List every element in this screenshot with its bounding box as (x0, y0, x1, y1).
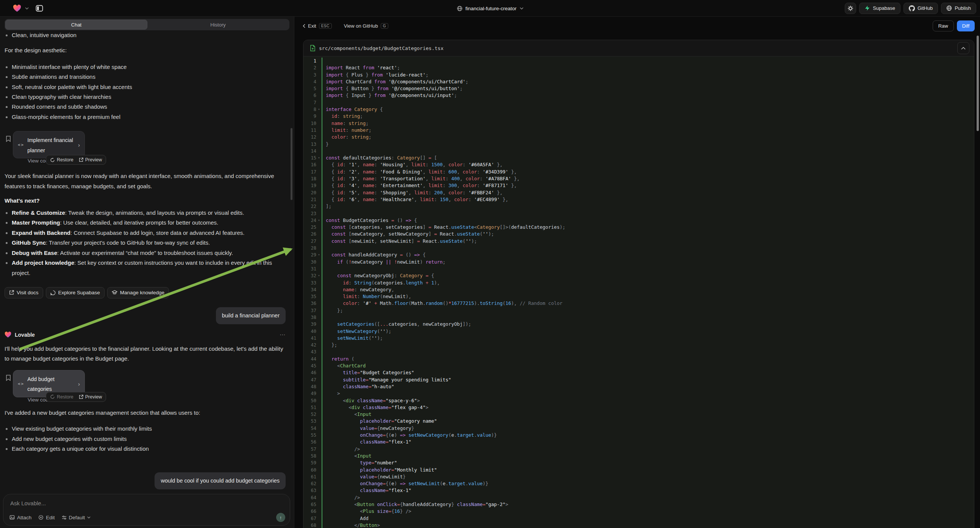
fold-toggle-icon (316, 286, 321, 293)
collapse-file-button[interactable] (957, 42, 969, 54)
code-line: 33 id: String(categories.length + 1), (304, 280, 974, 286)
code-line: 63 className="flex-1" (304, 487, 974, 494)
code-line: 5import { Button } from '@/components/ui… (304, 85, 974, 92)
code-lines: 12import React from 'react';3import { Pl… (304, 57, 974, 528)
bookmark-icon[interactable] (6, 375, 11, 381)
publish-button[interactable]: Publish (941, 3, 976, 14)
fold-toggle-icon[interactable]: ▾ (316, 217, 321, 224)
line-number: 65 (304, 501, 316, 508)
exit-button[interactable]: Exit ESC (303, 23, 332, 29)
fold-toggle-icon (316, 113, 321, 120)
tab-history[interactable]: History (147, 20, 289, 30)
raw-button[interactable]: Raw (933, 21, 954, 32)
code-line: 25 const [categories, setCategories] = R… (304, 224, 974, 231)
lovable-logo-icon[interactable] (13, 5, 21, 12)
line-number: 27 (304, 238, 316, 245)
version-card-title: Implement financial planner (27, 135, 75, 155)
chat-scrollbar[interactable] (291, 128, 293, 200)
fold-toggle-icon (316, 293, 321, 300)
code-line: 36 color: '#' + Math.floor(Math.random()… (304, 300, 974, 307)
version-card-2-wrap: <> Add budget categories › View code Res… (5, 370, 286, 402)
settings-button[interactable] (845, 3, 856, 14)
fold-toggle-icon[interactable]: ▾ (316, 272, 321, 279)
mode-selector[interactable]: Default (62, 515, 91, 520)
bookmark-icon[interactable] (6, 135, 11, 142)
restore-button[interactable]: Restore (50, 155, 73, 165)
fold-toggle-icon[interactable]: ▾ (316, 154, 321, 161)
chevron-right-icon: › (78, 140, 80, 150)
diff-button[interactable]: Diff (957, 21, 975, 32)
lovable-app: financial-future-creator Supabase GitHub (0, 0, 980, 528)
visit-docs-button[interactable]: Visit docs (5, 287, 43, 299)
line-number: 52 (304, 411, 316, 418)
fold-toggle-icon[interactable]: ▾ (316, 251, 321, 258)
sidebar-toggle-icon[interactable] (36, 5, 43, 12)
view-on-github-button[interactable]: View on GitHub G (344, 23, 388, 29)
fold-toggle-icon (316, 189, 321, 196)
fold-toggle-icon (316, 307, 321, 314)
tab-chat[interactable]: Chat (5, 20, 147, 30)
code-line: 6import { Input } from '@/components/ui/… (304, 92, 974, 99)
globe-icon (457, 6, 462, 11)
chat-input[interactable] (10, 499, 283, 507)
line-number: 45 (304, 363, 316, 369)
version-card-implement-financial-planner[interactable]: <> Implement financial planner › View co… (13, 131, 85, 158)
line-number: 32 (304, 272, 316, 279)
list-item: Glass-morphic elements for a premium fee… (5, 112, 286, 122)
code-line: 37 }; (304, 307, 974, 314)
fold-toggle-icon (316, 314, 321, 321)
fold-toggle-icon[interactable]: ▾ (316, 106, 321, 113)
code-scrollbar[interactable] (977, 36, 979, 131)
list-item: Master Prompting: Use clear, detailed, a… (5, 218, 286, 227)
code-line: 8▾interface Category { (304, 106, 974, 113)
manage-knowledge-button[interactable]: Manage knowledge (107, 287, 169, 299)
preview-button[interactable]: Preview (79, 392, 102, 402)
fold-toggle-icon (316, 57, 321, 64)
code-line: 61 value={newLimit} (304, 474, 974, 480)
attach-button[interactable]: Attach (10, 515, 32, 520)
github-button[interactable]: GitHub (904, 3, 938, 14)
line-number: 5 (304, 85, 316, 92)
code-line: 59 type="number" (304, 460, 974, 466)
code-line: 39 setCategories([...categories, newCate… (304, 321, 974, 328)
line-number: 6 (304, 92, 316, 99)
restore-button[interactable]: Restore (50, 392, 73, 402)
preview-button[interactable]: Preview (79, 155, 102, 165)
supabase-button[interactable]: Supabase (859, 3, 900, 14)
code-line: 45 <ChartCard (304, 363, 974, 369)
whats-next-heading: What's next? (5, 196, 286, 206)
line-number: 15 (304, 154, 316, 161)
fold-toggle-icon (316, 383, 321, 390)
code-line: 9 id: string; (304, 113, 974, 120)
code-line: 26 const [newCategory, setNewCategory] =… (304, 231, 974, 237)
line-number: 38 (304, 314, 316, 321)
fold-toggle-icon (316, 72, 321, 78)
chat-bubble-icon (50, 290, 56, 296)
fold-toggle-icon (316, 432, 321, 439)
fold-toggle-icon (316, 356, 321, 363)
fold-toggle-icon (316, 99, 321, 106)
line-number: 63 (304, 487, 316, 494)
code-line: 55 onChange={(e) => setNewCategory(e.tar… (304, 432, 974, 439)
fold-toggle-icon (316, 92, 321, 99)
code-line: 65 <Button onClick={handleAddCategory} c… (304, 501, 974, 508)
line-number: 30 (304, 259, 316, 266)
esc-key-badge: ESC (319, 23, 332, 29)
code-line: 28 (304, 245, 974, 251)
assistant-reply: I'll help you add budget categories to t… (5, 344, 286, 364)
code-line: 4import ChartCard from '@/components/ui/… (304, 78, 974, 85)
fold-toggle-icon (316, 328, 321, 335)
list-item: Clean, intuitive navigation (5, 30, 286, 40)
explore-supabase-button[interactable]: Explore Supabase (46, 287, 105, 299)
fold-toggle-icon (316, 161, 321, 168)
more-options-icon[interactable]: ⋯ (280, 333, 286, 337)
send-button[interactable]: ↑ (276, 513, 285, 522)
code-line: 42 }; (304, 342, 974, 348)
logo-chevron-down-icon[interactable] (25, 7, 29, 10)
project-selector[interactable]: financial-future-creator (457, 0, 523, 17)
code-line: 18 { id: '3', name: 'Transportation', li… (304, 175, 974, 182)
edit-button[interactable]: Edit (38, 515, 54, 520)
line-number: 17 (304, 169, 316, 175)
line-number: 34 (304, 286, 316, 293)
code-line: 41 setNewLimit(''); (304, 335, 974, 342)
